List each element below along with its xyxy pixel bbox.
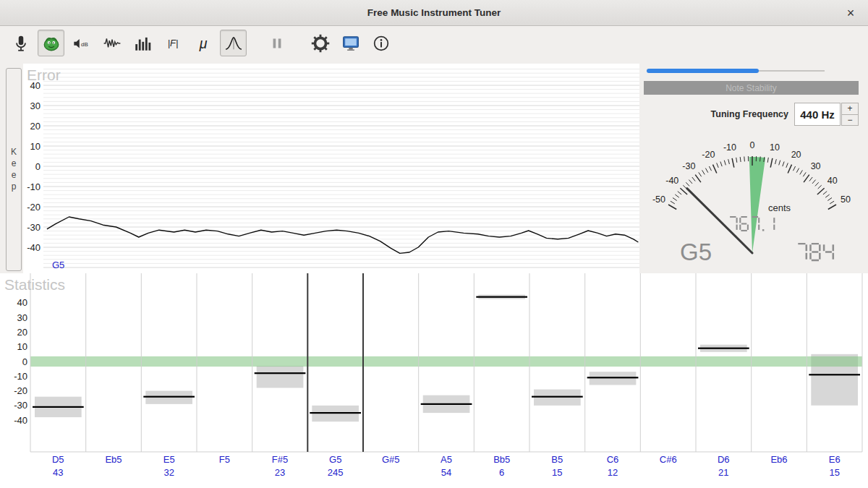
svg-text:21: 21: [718, 467, 728, 478]
volume-view-button[interactable]: dB: [68, 30, 95, 56]
gear-icon: [311, 34, 330, 53]
svg-text:dB: dB: [81, 41, 88, 48]
svg-text:D6: D6: [718, 454, 730, 465]
svg-text:Eb5: Eb5: [105, 454, 122, 465]
svg-text:μ: μ: [198, 35, 207, 51]
progressbar-fill: [647, 69, 759, 73]
svg-text:F5: F5: [219, 454, 230, 465]
titlebar: Free Music Instrument Tuner ×: [0, 0, 868, 26]
svg-text:C#6: C#6: [660, 454, 677, 465]
svg-text:C6: C6: [607, 454, 619, 465]
pause-button[interactable]: [263, 30, 290, 56]
cents-gauge: -50-40-30-20-1001020304050: [642, 134, 862, 257]
toolbar: dB|F|μ: [0, 27, 868, 59]
svg-text:12: 12: [608, 467, 618, 478]
note-statistics-chart: D543Eb5E532F5F#523G5245G#5A554Bb56B515C6…: [0, 273, 868, 488]
cents-unit-label: cents: [768, 202, 791, 213]
keep-button[interactable]: Keep: [6, 68, 22, 271]
app-window: { "window": {"title": "Free Music Instru…: [0, 0, 868, 488]
fourier-icon: |F|: [163, 34, 182, 53]
svg-text:-30: -30: [14, 400, 27, 411]
statistics-view-button[interactable]: [220, 30, 247, 56]
display-settings-button[interactable]: [337, 30, 364, 56]
svg-text:40: 40: [827, 176, 838, 186]
mu-icon: μ: [194, 34, 213, 53]
svg-text:20: 20: [791, 150, 801, 160]
note-stability-bar: Note Stability: [644, 81, 859, 95]
measured-frequency-lcd: [728, 216, 786, 234]
waveform-icon: [103, 34, 122, 53]
svg-text:-10: -10: [14, 371, 27, 382]
svg-text:F#5: F#5: [272, 454, 288, 465]
spectrum-icon: [133, 34, 152, 53]
svg-text:E5: E5: [163, 454, 175, 465]
info-icon: [372, 34, 391, 53]
svg-text:-30: -30: [27, 222, 41, 233]
svg-text:20: 20: [30, 121, 41, 132]
svg-text:-20: -20: [702, 150, 715, 160]
about-button[interactable]: [367, 30, 394, 56]
svg-text:10: 10: [17, 341, 27, 352]
settings-button[interactable]: [307, 30, 333, 56]
fmit-logo-icon: [42, 34, 61, 53]
svg-text:Eb6: Eb6: [770, 454, 787, 465]
tuner-toggle-button[interactable]: [38, 30, 64, 56]
svg-text:G5: G5: [52, 260, 64, 270]
svg-text:40: 40: [17, 297, 27, 308]
svg-text:54: 54: [441, 467, 451, 478]
fourier-view-button[interactable]: |F|: [159, 30, 186, 56]
tuning-increase-button[interactable]: +: [841, 103, 859, 114]
svg-text:40: 40: [30, 80, 41, 91]
svg-text:-10: -10: [723, 142, 736, 153]
svg-text:-20: -20: [14, 385, 27, 396]
svg-text:-40: -40: [665, 176, 678, 186]
svg-text:D5: D5: [52, 454, 64, 465]
peak-icon: [224, 34, 243, 53]
spectrum-view-button[interactable]: [129, 30, 156, 56]
svg-text:20: 20: [17, 327, 27, 338]
pause-icon: [268, 34, 286, 53]
svg-text:43: 43: [53, 467, 63, 478]
window-title: Free Music Instrument Tuner: [367, 7, 501, 18]
svg-text:50: 50: [841, 194, 851, 205]
svg-text:-40: -40: [14, 415, 27, 426]
tuning-frequency-input[interactable]: 440 Hz: [794, 103, 841, 126]
close-button[interactable]: ×: [842, 4, 859, 22]
note-stability-label: Note Stability: [726, 83, 777, 93]
svg-text:-30: -30: [682, 161, 695, 171]
svg-text:30: 30: [811, 161, 821, 171]
svg-text:245: 245: [328, 467, 344, 478]
svg-text:0: 0: [22, 356, 27, 367]
svg-text:Bb5: Bb5: [493, 454, 510, 465]
svg-text:-50: -50: [652, 194, 665, 205]
target-frequency-lcd: [796, 243, 842, 263]
svg-text:10: 10: [770, 142, 780, 153]
svg-text:6: 6: [499, 467, 504, 478]
svg-text:30: 30: [17, 312, 27, 323]
svg-text:E6: E6: [829, 454, 841, 465]
svg-text:0: 0: [35, 161, 41, 172]
waveform-view-button[interactable]: [98, 30, 125, 56]
svg-text:30: 30: [30, 100, 41, 111]
svg-text:10: 10: [30, 141, 41, 152]
svg-text:G#5: G#5: [382, 454, 400, 465]
svg-text:15: 15: [552, 467, 562, 478]
svg-text:-10: -10: [27, 181, 41, 192]
error-history-chart: 403020100-10-20-30-40G5: [23, 64, 639, 273]
svg-text:32: 32: [163, 467, 174, 478]
microtonal-view-button[interactable]: μ: [190, 30, 216, 56]
svg-text:|F|: |F|: [167, 38, 178, 48]
tuning-frequency-stepper: + −: [841, 103, 859, 126]
svg-text:0: 0: [750, 140, 755, 150]
svg-text:15: 15: [829, 467, 839, 478]
microphone-capture-button[interactable]: [7, 30, 34, 56]
tuning-decrease-button[interactable]: −: [841, 114, 859, 127]
level-progressbar: [647, 69, 825, 73]
display-icon: [341, 34, 360, 53]
svg-text:-20: -20: [27, 202, 41, 213]
keep-button-label: Keep: [9, 147, 19, 193]
svg-text:23: 23: [275, 467, 285, 478]
volume-db-icon: dB: [72, 34, 91, 53]
svg-text:G5: G5: [329, 454, 341, 465]
microphone-icon: [12, 34, 30, 53]
